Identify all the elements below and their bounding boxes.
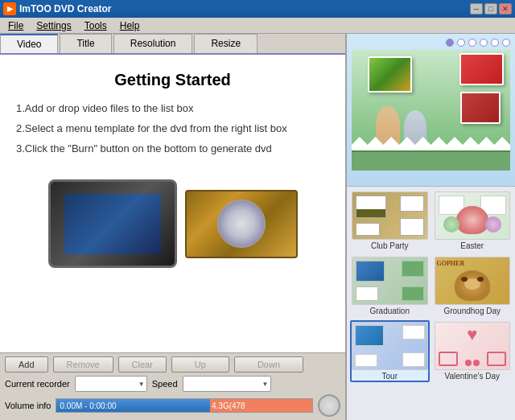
dot-4 (480, 39, 488, 47)
template-dots (352, 39, 510, 47)
app-icon: ▶ (3, 2, 16, 15)
title-bar-controls: ─ □ ✕ (470, 3, 512, 14)
title-bar: ▶ ImTOO DVD Creator ─ □ ✕ (0, 0, 515, 18)
maximize-button[interactable]: □ (484, 3, 497, 14)
volume-row: Volume info 0.00M - 0:00:00 4.3G(478 (5, 394, 340, 417)
dvd-shape (185, 190, 298, 258)
close-button[interactable]: ✕ (499, 3, 512, 14)
tab-bar: Video Title Resolution Resize (0, 34, 345, 55)
dot-1 (446, 39, 454, 47)
template-thumb-club-party (352, 191, 428, 240)
volume-start-text: 0.00M - 0:00:00 (60, 401, 116, 410)
window-title: ImTOO DVD Creator (19, 3, 111, 14)
instruction-2: 2.Select a menu template for the dvd fro… (16, 122, 329, 134)
menu-bar: File Settings Tools Help (0, 18, 515, 34)
template-thumb-groundhog: GOPHER (435, 257, 511, 305)
volume-info-label: Volume info (5, 401, 51, 410)
instruction-3: 3.Click the "Burn" button on the bottom … (16, 142, 329, 154)
main-container: Video Title Resolution Resize Getting St… (0, 34, 515, 420)
current-recorder-label: Current recorder (5, 379, 70, 389)
tab-video[interactable]: Video (0, 34, 58, 53)
volume-end-text: 4.3G(478 (212, 401, 245, 410)
volume-right: 4.3G(478 (210, 399, 312, 412)
recorder-row: Current recorder ▼ Speed ▼ (5, 376, 340, 392)
menu-help[interactable]: Help (115, 19, 145, 33)
minimize-button[interactable]: ─ (470, 3, 483, 14)
getting-started-title: Getting Started (114, 71, 230, 89)
remove-button[interactable]: Remove (53, 356, 113, 373)
preview-ground (352, 150, 510, 171)
template-item-easter[interactable]: Easter (433, 190, 513, 252)
left-panel: Video Title Resolution Resize Getting St… (0, 34, 346, 420)
volume-fill: 0.00M - 0:00:00 (56, 399, 210, 412)
template-grid: Club Party Easter (347, 187, 515, 420)
template-thumb-tour (352, 322, 428, 370)
template-gallery: Club Party Easter (346, 34, 515, 420)
menu-settings[interactable]: Settings (31, 19, 76, 33)
template-item-graduation[interactable]: Graduation (350, 255, 430, 317)
dvd-disc (217, 200, 266, 248)
template-item-tour[interactable]: Tour (350, 320, 430, 382)
template-label-valentines-day: Valentine's Day (435, 372, 511, 381)
preview-background (352, 50, 510, 171)
selected-preview (352, 50, 510, 171)
dot-5 (491, 39, 499, 47)
template-label-graduation: Graduation (352, 307, 428, 315)
template-row-3: Tour ♥ Valentine's Day (350, 320, 512, 382)
recorder-dropdown-arrow: ▼ (138, 381, 145, 388)
menu-file[interactable]: File (3, 19, 28, 33)
recorder-dropdown[interactable]: ▼ (75, 376, 147, 392)
preview-photo-2 (459, 53, 504, 85)
tab-title[interactable]: Title (60, 34, 111, 53)
template-label-groundhog-day: Groundhog Day (435, 307, 511, 315)
down-button[interactable]: Down (234, 356, 303, 373)
template-label-club-party: Club Party (352, 241, 428, 250)
menu-tools[interactable]: Tools (80, 19, 112, 33)
speed-label: Speed (152, 379, 178, 389)
action-button-row: Add Remove Clear Up Down (5, 356, 340, 373)
preview-photo-1 (368, 56, 412, 93)
dot-6 (502, 39, 510, 47)
content-area: Getting Started 1.Add or drop video file… (0, 55, 345, 352)
template-item-groundhog-day[interactable]: GOPHER Groundhog Day (433, 255, 513, 317)
tab-resolution[interactable]: Resolution (113, 34, 193, 53)
template-item-valentines-day[interactable]: ♥ Valentine's Day (433, 320, 513, 382)
volume-bar: 0.00M - 0:00:00 4.3G(478 (56, 398, 313, 413)
speed-dropdown-arrow: ▼ (262, 381, 269, 388)
bottom-controls: Add Remove Clear Up Down Current recorde… (0, 352, 345, 420)
dot-3 (468, 39, 476, 47)
template-label-tour: Tour (352, 372, 428, 381)
instruction-1: 1.Add or drop video files to the list bo… (16, 102, 329, 114)
tab-resize[interactable]: Resize (194, 34, 258, 53)
preview-photo-3 (460, 92, 501, 124)
template-item-club-party[interactable]: Club Party (350, 190, 430, 252)
speed-dropdown[interactable]: ▼ (183, 376, 271, 392)
tv-screen (64, 194, 161, 254)
template-thumb-valentines: ♥ (435, 322, 511, 370)
up-button[interactable]: Up (171, 356, 229, 373)
add-button[interactable]: Add (5, 356, 48, 373)
template-row-1: Club Party Easter (350, 190, 512, 252)
template-label-easter: Easter (435, 241, 511, 250)
template-thumb-easter (435, 191, 511, 240)
template-selected-preview (347, 34, 515, 187)
tv-shape (48, 179, 177, 268)
template-row-2: Graduation GOPHER Groundhog Day (350, 255, 512, 317)
clear-button[interactable]: Clear (118, 356, 167, 373)
record-button[interactable] (318, 394, 340, 417)
dot-2 (457, 39, 465, 47)
tv-dvd-illustration (36, 175, 310, 272)
title-bar-left: ▶ ImTOO DVD Creator (3, 2, 111, 15)
template-thumb-graduation (352, 257, 428, 305)
